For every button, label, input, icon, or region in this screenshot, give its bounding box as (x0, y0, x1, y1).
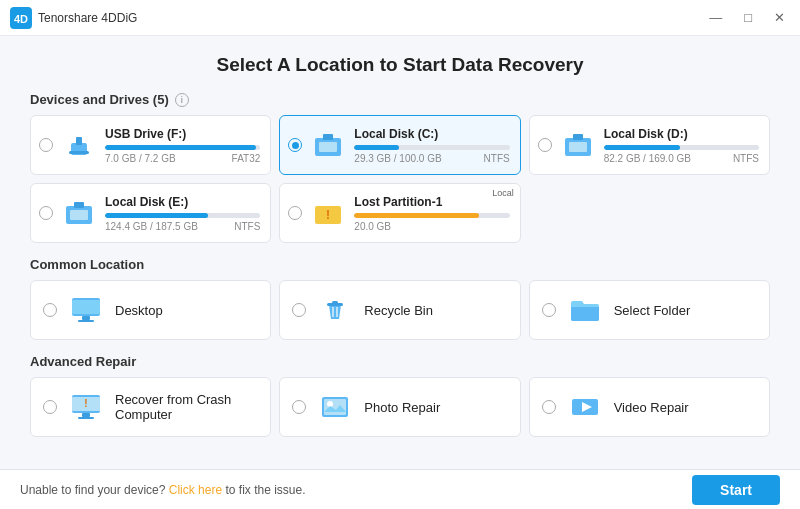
page-title: Select A Location to Start Data Recovery (30, 54, 770, 76)
app-logo-icon: 4D (10, 7, 32, 29)
drive-name-usb: USB Drive (F:) (105, 127, 260, 141)
location-card-recycle[interactable]: Recycle Bin (279, 280, 520, 340)
drive-size-c: 29.3 GB / 100.0 GB NTFS (354, 153, 509, 164)
location-radio-video[interactable] (542, 400, 556, 414)
location-card-photo[interactable]: Photo Repair (279, 377, 520, 437)
svg-rect-4 (69, 151, 89, 154)
local-disk-e-icon (61, 195, 97, 231)
svg-rect-7 (323, 134, 333, 140)
svg-rect-3 (76, 137, 82, 145)
select-folder-label: Select Folder (614, 303, 691, 318)
drive-name-e: Local Disk (E:) (105, 195, 260, 209)
video-label: Video Repair (614, 400, 689, 415)
svg-rect-27 (78, 417, 94, 419)
start-button[interactable]: Start (692, 475, 780, 505)
location-card-video[interactable]: Video Repair (529, 377, 770, 437)
location-radio-crash[interactable] (43, 400, 57, 414)
app-title: Tenorshare 4DDiG (38, 11, 137, 25)
drive-card-c[interactable]: Local Disk (C:) 29.3 GB / 100.0 GB NTFS (279, 115, 520, 175)
svg-text:!: ! (84, 398, 87, 409)
svg-rect-18 (82, 316, 90, 320)
drive-bar-wrap-e (105, 213, 260, 218)
location-card-desktop[interactable]: Desktop (30, 280, 271, 340)
minimize-button[interactable]: — (704, 8, 727, 27)
photo-repair-icon (316, 388, 354, 426)
svg-rect-13 (74, 202, 84, 208)
drive-card-e[interactable]: Local Disk (E:) 124.4 GB / 187.5 GB NTFS (30, 183, 271, 243)
window-controls: — □ ✕ (704, 8, 790, 27)
close-button[interactable]: ✕ (769, 8, 790, 27)
location-radio-folder[interactable] (542, 303, 556, 317)
app-logo: 4D Tenorshare 4DDiG (10, 7, 137, 29)
lost-partition-icon: ! (310, 195, 346, 231)
drive-radio-lost[interactable] (288, 206, 302, 220)
info-icon[interactable]: i (175, 93, 189, 107)
local-badge: Local (492, 188, 514, 198)
advanced-section-label: Advanced Repair (30, 354, 770, 369)
svg-rect-9 (569, 142, 587, 152)
drive-size-lost: 20.0 GB (354, 221, 509, 232)
drive-size-d: 82.2 GB / 169.0 GB NTFS (604, 153, 759, 164)
svg-text:4D: 4D (14, 12, 28, 24)
svg-rect-21 (332, 301, 338, 304)
local-disk-d-icon (560, 127, 596, 163)
desktop-label: Desktop (115, 303, 163, 318)
svg-text:!: ! (326, 208, 330, 222)
svg-rect-26 (82, 413, 90, 417)
titlebar: 4D Tenorshare 4DDiG — □ ✕ (0, 0, 800, 36)
main-content: Select A Location to Start Data Recovery… (0, 36, 800, 469)
drive-card-usb[interactable]: USB Drive (F:) 7.0 GB / 7.2 GB FAT32 (30, 115, 271, 175)
common-location-grid: Desktop Recycle Bin (30, 280, 770, 340)
drive-info-c: Local Disk (C:) 29.3 GB / 100.0 GB NTFS (354, 127, 509, 164)
drive-info-usb: USB Drive (F:) 7.0 GB / 7.2 GB FAT32 (105, 127, 260, 164)
svg-rect-10 (573, 134, 583, 140)
drive-bar-wrap-d (604, 145, 759, 150)
drive-bar-usb (105, 145, 256, 150)
maximize-button[interactable]: □ (739, 8, 757, 27)
drive-info-e: Local Disk (E:) 124.4 GB / 187.5 GB NTFS (105, 195, 260, 232)
drive-size-usb: 7.0 GB / 7.2 GB FAT32 (105, 153, 260, 164)
footer: Unable to find your device? Click here t… (0, 469, 800, 509)
drive-name-lost: Lost Partition-1 (354, 195, 509, 209)
location-radio-recycle[interactable] (292, 303, 306, 317)
location-card-crash[interactable]: ! Recover from Crash Computer (30, 377, 271, 437)
common-section-label: Common Location (30, 257, 770, 272)
folder-icon (566, 291, 604, 329)
crash-label: Recover from Crash Computer (115, 392, 258, 422)
svg-rect-6 (319, 142, 337, 152)
drive-size-e: 124.4 GB / 187.5 GB NTFS (105, 221, 260, 232)
drive-radio-usb[interactable] (39, 138, 53, 152)
svg-rect-30 (324, 399, 346, 415)
drive-bar-d (604, 145, 680, 150)
drive-name-c: Local Disk (C:) (354, 127, 509, 141)
desktop-icon (67, 291, 105, 329)
drive-bar-e (105, 213, 208, 218)
drive-info-lost: Lost Partition-1 20.0 GB (354, 195, 509, 232)
video-repair-icon (566, 388, 604, 426)
drive-card-d[interactable]: Local Disk (D:) 82.2 GB / 169.0 GB NTFS (529, 115, 770, 175)
drive-card-lost[interactable]: Local ! Lost Partition-1 20.0 GB (279, 183, 520, 243)
drive-bar-lost (354, 213, 478, 218)
drive-bar-c (354, 145, 399, 150)
local-disk-c-icon (310, 127, 346, 163)
location-card-folder[interactable]: Select Folder (529, 280, 770, 340)
photo-label: Photo Repair (364, 400, 440, 415)
advanced-repair-grid: ! Recover from Crash Computer Photo Repa… (30, 377, 770, 437)
drive-grid: USB Drive (F:) 7.0 GB / 7.2 GB FAT32 (30, 115, 770, 243)
recycle-bin-icon (316, 291, 354, 329)
svg-rect-19 (78, 320, 94, 322)
drive-radio-c[interactable] (288, 138, 302, 152)
drive-name-d: Local Disk (D:) (604, 127, 759, 141)
drive-radio-e[interactable] (39, 206, 53, 220)
drive-info-d: Local Disk (D:) 82.2 GB / 169.0 GB NTFS (604, 127, 759, 164)
svg-rect-17 (72, 300, 100, 314)
drive-bar-wrap-usb (105, 145, 260, 150)
location-radio-desktop[interactable] (43, 303, 57, 317)
svg-rect-12 (70, 210, 88, 220)
footer-link[interactable]: Click here (169, 483, 222, 497)
recycle-label: Recycle Bin (364, 303, 433, 318)
drive-bar-wrap-c (354, 145, 509, 150)
drive-bar-wrap-lost (354, 213, 509, 218)
drive-radio-d[interactable] (538, 138, 552, 152)
location-radio-photo[interactable] (292, 400, 306, 414)
